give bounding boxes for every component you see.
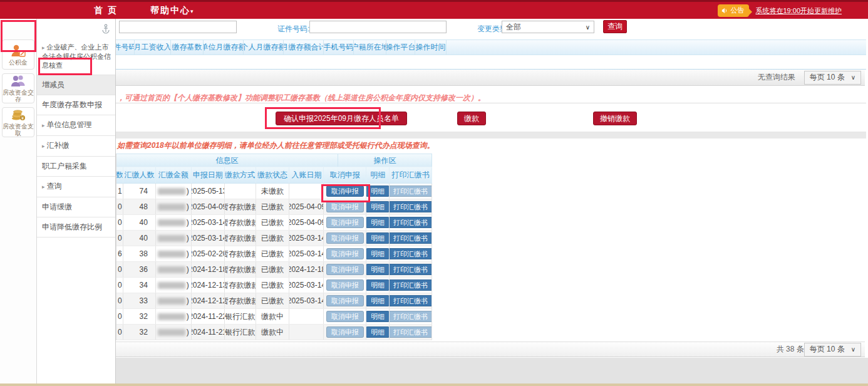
detail-button[interactable]: 明细	[366, 311, 390, 322]
query-button[interactable]: 查询	[603, 20, 627, 33]
detail-button[interactable]: 明细	[366, 185, 390, 197]
cancel-declare-button[interactable]: 取消申报	[326, 295, 364, 306]
print-remittance-button[interactable]: 打印汇缴书	[390, 326, 432, 338]
amount-suffix: )	[187, 202, 189, 211]
cell-col1: 0	[118, 281, 122, 290]
sidebar-item-7[interactable]: ▸查询	[37, 177, 115, 197]
id-number-input[interactable]	[309, 21, 447, 33]
cell-people-count: 48	[140, 202, 148, 211]
detail-button[interactable]: 明细	[366, 279, 390, 291]
page-size-value: 每页 10 条	[810, 344, 845, 355]
svg-text:¥: ¥	[21, 116, 24, 120]
cancel-declare-button[interactable]: 取消申报	[326, 264, 364, 275]
print-remittance-button[interactable]: 打印汇缴书	[390, 217, 432, 228]
cell-col1: 1	[118, 187, 122, 196]
table-row: 048)2025-04-09暂存款缴款已缴款2025-04-09取消申报明细打印…	[116, 199, 432, 215]
table-row: 034)2024-12-13暂存款缴款已缴款2025-03-14取消申报明细打印…	[116, 278, 432, 293]
cancel-declare-button[interactable]: 取消申报	[326, 217, 364, 228]
detail-button[interactable]: 明细	[366, 232, 390, 244]
table2-column-headers: 数汇缴人数汇缴金额申报日期缴款方式缴款状态入账日期取消申报明细打印汇缴书	[116, 167, 432, 184]
cell-pay-method: 暂存款缴款	[225, 233, 256, 244]
sidebar-item-6[interactable]: 职工户籍采集	[37, 157, 115, 177]
cell-declare-date: 2025-03-14	[192, 218, 225, 227]
redacted-amount	[158, 251, 185, 258]
table2-col-4: 申报日期	[192, 167, 225, 183]
sidebar-item-8[interactable]: 申请缓缴	[37, 197, 115, 217]
amount-suffix: )	[187, 265, 189, 274]
nav-help-center[interactable]: 帮助中心▾	[150, 5, 195, 16]
cancel-declare-button[interactable]: 取消申报	[326, 185, 364, 197]
confirm-declare-button[interactable]: 确认申报2025年09月缴存人员名单	[276, 112, 407, 125]
cell-col1: 0	[118, 296, 122, 305]
pay-button[interactable]: 缴款	[457, 112, 486, 125]
table1-col-7: 手机号码	[324, 40, 354, 55]
menu-item-label: 单位信息管理	[47, 120, 92, 129]
table1-col-6: 月缴存额合计	[284, 40, 324, 55]
print-remittance-button[interactable]: 打印汇缴书	[390, 248, 432, 259]
print-remittance-button[interactable]: 打印汇缴书	[390, 264, 432, 275]
amount-suffix: )	[187, 281, 189, 290]
table2-col-1: 数	[116, 167, 123, 183]
amount-suffix: )	[187, 296, 189, 305]
redacted-amount	[158, 219, 185, 226]
print-remittance-button[interactable]: 打印汇缴书	[390, 295, 432, 306]
table1-col-3: 缴存基数	[171, 40, 204, 55]
sidebar-item-5[interactable]: ▸汇补缴	[37, 136, 115, 157]
detail-button[interactable]: 明细	[366, 201, 390, 212]
cell-declare-date: 2025-04-09	[192, 202, 225, 211]
page-size-select[interactable]: 每页 10 条 ∨	[804, 343, 861, 357]
remittance-table: 信息区 操作区 数汇缴人数汇缴金额申报日期缴款方式缴款状态入账日期取消申报明细打…	[116, 154, 432, 340]
detail-button[interactable]: 明细	[366, 217, 390, 228]
page-size-select[interactable]: 每页 10 条 ∨	[804, 71, 861, 85]
search-input[interactable]	[119, 21, 237, 33]
detail-button[interactable]: 明细	[366, 326, 390, 338]
sidebar-item-9[interactable]: 申请降低缴存比例	[37, 217, 115, 237]
print-remittance-button[interactable]: 打印汇缴书	[390, 311, 432, 322]
cell-people-count: 74	[140, 187, 148, 196]
cancel-declare-button[interactable]: 取消申报	[326, 326, 364, 338]
anchor-icon[interactable]	[101, 24, 110, 34]
cell-people-count: 38	[140, 249, 148, 258]
divider-band	[116, 132, 866, 138]
change-type-select[interactable]: 全部 ∨	[502, 21, 594, 33]
nav-home[interactable]: 首 页	[94, 5, 118, 16]
sidebar-item-2[interactable]: 增减员	[37, 75, 115, 95]
sidebar-module-2[interactable]: 房改资金交存	[2, 73, 34, 103]
table-row: 040)2025-03-14暂存款缴款已缴款2025-03-14取消申报明细打印…	[116, 231, 432, 246]
table-row: 174)2025-05-13未缴款取消申报明细打印汇缴书	[116, 184, 432, 199]
cancel-declare-button[interactable]: 取消申报	[326, 248, 364, 259]
cell-col1: 0	[118, 202, 122, 211]
cancel-pay-button[interactable]: 撤销缴款	[593, 112, 637, 125]
sidebar-item-4[interactable]: ▸单位信息管理	[37, 115, 115, 136]
menu-item-label: 汇补缴	[47, 141, 70, 150]
sidebar-item-1[interactable]: ▸企业破产、企业上市合法合规住房公积金信息核查	[37, 38, 115, 75]
sidebar-item-3[interactable]: 年度缴存基数申报	[37, 95, 115, 115]
print-remittance-button[interactable]: 打印汇缴书	[390, 201, 432, 212]
table1-col-4: 单位月缴存额	[204, 40, 244, 55]
menu-item-label: 申请降低缴存比例	[42, 222, 102, 231]
cancel-declare-button[interactable]: 取消申报	[326, 232, 364, 244]
menu-arrow-icon: ▸	[42, 122, 45, 128]
cell-col1: 0	[118, 234, 122, 243]
sidebar-module-3[interactable]: ¥房改资金支取	[2, 107, 34, 137]
cell-pay-method: 暂存款缴款	[225, 264, 256, 275]
cell-pay-method: 银行汇款	[225, 327, 255, 338]
cancel-declare-button[interactable]: 取消申报	[326, 279, 364, 291]
amount-suffix: )	[187, 234, 189, 243]
detail-button[interactable]: 明细	[366, 248, 390, 259]
history-query-notice: 如需查询2018年以前单位缴存明细，请单位经办人前往任意管理部或受托银行代办点现…	[117, 140, 435, 151]
print-remittance-button[interactable]: 打印汇缴书	[390, 279, 432, 291]
print-remittance-button[interactable]: 打印汇缴书	[390, 232, 432, 244]
detail-button[interactable]: 明细	[366, 295, 390, 306]
sidebar-module-1[interactable]: 公积金	[2, 39, 34, 70]
cancel-declare-button[interactable]: 取消申报	[326, 201, 364, 212]
cancel-declare-button[interactable]: 取消申报	[326, 311, 364, 322]
cell-pay-status: 已缴款	[261, 296, 284, 306]
search-row: 证件号码: 变更类型: 全部 ∨ 查询	[116, 19, 868, 39]
cell-pay-status: 已缴款	[261, 217, 284, 228]
maintenance-link[interactable]: 系统将在19:00开始更新维护	[755, 6, 842, 16]
table2-col-3: 汇缴金额	[156, 167, 192, 183]
cell-people-count: 36	[140, 265, 148, 274]
print-remittance-button[interactable]: 打印汇缴书	[390, 185, 432, 197]
detail-button[interactable]: 明细	[366, 264, 390, 275]
